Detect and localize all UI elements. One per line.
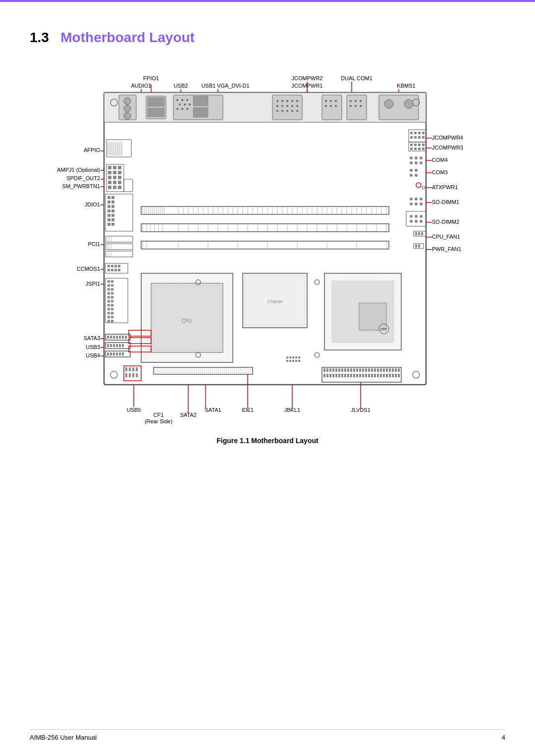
svg-rect-170 xyxy=(418,132,421,134)
svg-rect-72 xyxy=(113,186,116,189)
svg-rect-146 xyxy=(116,336,118,339)
svg-rect-70 xyxy=(118,181,121,184)
svg-point-7 xyxy=(186,99,188,101)
svg-point-194 xyxy=(410,169,413,172)
svg-point-22 xyxy=(281,105,283,107)
svg-rect-390 xyxy=(371,368,373,372)
svg-rect-458 xyxy=(129,367,131,371)
svg-point-18 xyxy=(286,100,288,102)
svg-point-34 xyxy=(325,105,327,107)
svg-rect-59 xyxy=(108,166,111,169)
svg-point-196 xyxy=(410,174,413,177)
svg-rect-410 xyxy=(353,374,355,377)
svg-rect-162 xyxy=(113,353,115,355)
label-afpio: AFPIO xyxy=(84,147,100,153)
section-number: 1.3 xyxy=(30,30,49,45)
svg-rect-421 xyxy=(386,374,388,377)
svg-point-17 xyxy=(281,100,283,102)
svg-rect-389 xyxy=(368,368,370,372)
svg-rect-144 xyxy=(110,336,112,339)
svg-rect-401 xyxy=(326,374,328,377)
svg-point-20 xyxy=(296,100,298,102)
label-dual-com1: DUAL COM1 xyxy=(341,75,373,81)
svg-point-428 xyxy=(315,353,320,357)
svg-rect-132 xyxy=(111,304,113,306)
svg-rect-62 xyxy=(108,171,111,174)
svg-rect-85 xyxy=(107,214,110,217)
svg-rect-143 xyxy=(107,336,109,339)
svg-point-206 xyxy=(420,198,423,201)
svg-rect-83 xyxy=(107,209,110,212)
svg-rect-215 xyxy=(406,211,426,226)
svg-point-192 xyxy=(420,161,423,164)
svg-point-6 xyxy=(181,99,183,101)
svg-rect-223 xyxy=(415,245,417,248)
svg-rect-163 xyxy=(116,353,118,355)
svg-point-10 xyxy=(189,103,191,105)
svg-rect-224 xyxy=(418,245,420,248)
svg-rect-444 xyxy=(298,360,300,362)
svg-rect-161 xyxy=(110,353,112,355)
svg-rect-415 xyxy=(368,374,370,377)
svg-rect-15 xyxy=(193,107,208,117)
svg-rect-457 xyxy=(125,367,127,371)
svg-point-197 xyxy=(415,174,418,177)
svg-rect-412 xyxy=(359,374,361,377)
svg-rect-459 xyxy=(132,367,134,371)
label-ccmos1: CCMOS1 xyxy=(77,266,100,272)
label-jcompwr3: JCOMPWR3 xyxy=(432,145,463,151)
svg-rect-86 xyxy=(111,214,114,217)
svg-rect-4 xyxy=(148,108,164,117)
svg-rect-147 xyxy=(119,336,121,339)
svg-rect-111 xyxy=(114,265,117,267)
svg-point-39 xyxy=(360,100,362,102)
svg-point-214 xyxy=(420,220,423,223)
svg-rect-71 xyxy=(108,186,111,189)
svg-rect-461 xyxy=(125,373,127,377)
svg-rect-90 xyxy=(111,223,114,226)
label-jdio1: JDIO1 xyxy=(85,202,100,207)
svg-rect-137 xyxy=(107,316,110,318)
label-kbms1: KBMS1 xyxy=(397,83,415,89)
svg-point-12 xyxy=(181,108,183,110)
svg-point-0 xyxy=(124,98,131,104)
svg-rect-139 xyxy=(107,320,110,322)
label-usb2: USB2 xyxy=(174,83,188,89)
svg-rect-84 xyxy=(111,209,114,212)
svg-rect-87 xyxy=(107,218,110,221)
svg-rect-386 xyxy=(359,368,361,372)
svg-point-41 xyxy=(355,105,357,107)
label-sodimm1: SO-DIMM1 xyxy=(432,199,459,205)
svg-rect-164 xyxy=(119,353,121,355)
footer-left: AIMB-256 User Manual xyxy=(30,734,97,741)
kbms-connector xyxy=(379,95,419,120)
svg-rect-441 xyxy=(289,360,291,362)
svg-rect-121 xyxy=(107,284,110,287)
jcompwr-area xyxy=(272,95,302,120)
svg-rect-93 xyxy=(106,244,133,250)
svg-point-212 xyxy=(415,220,418,223)
svg-rect-403 xyxy=(332,374,334,377)
label-jspi1: JSPI1 xyxy=(86,281,100,287)
label-usb3: USB3 xyxy=(86,344,100,350)
svg-rect-419 xyxy=(380,374,382,377)
svg-rect-377 xyxy=(332,368,334,372)
svg-rect-388 xyxy=(365,368,367,372)
svg-rect-63 xyxy=(113,171,116,174)
svg-point-199 xyxy=(416,183,421,188)
svg-point-16 xyxy=(276,100,278,102)
svg-rect-183 xyxy=(414,148,417,150)
label-pwrfan1: PWR_FAN1 xyxy=(432,246,461,252)
svg-point-36 xyxy=(335,105,337,107)
svg-point-40 xyxy=(350,105,352,107)
svg-rect-422 xyxy=(389,374,391,377)
svg-rect-400 xyxy=(323,374,325,377)
svg-rect-66 xyxy=(113,176,116,179)
svg-rect-443 xyxy=(295,360,297,362)
svg-rect-138 xyxy=(111,316,113,318)
svg-rect-416 xyxy=(371,374,373,377)
label-jcompwr4: JCOMPWR4 xyxy=(432,135,463,141)
svg-point-213 xyxy=(420,215,423,218)
svg-point-25 xyxy=(296,105,298,107)
label-com4: COM4 xyxy=(432,157,448,163)
